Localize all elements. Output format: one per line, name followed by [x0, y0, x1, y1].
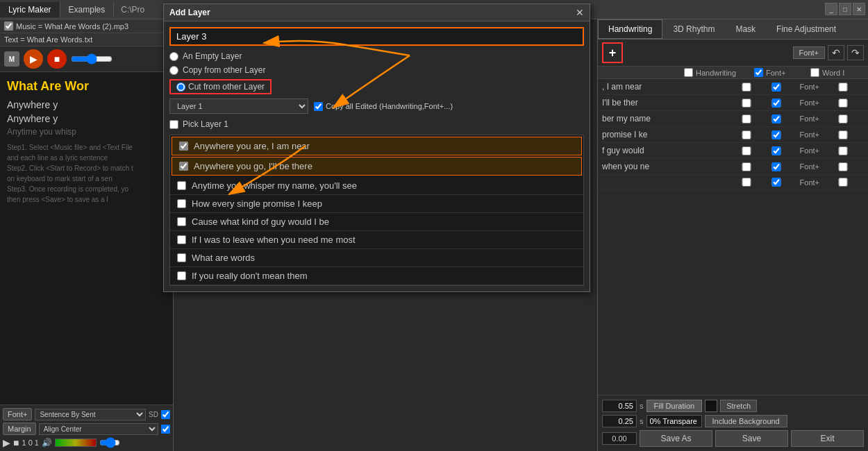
lyric-text-right: ber my name	[602, 114, 737, 124]
include-bg-button[interactable]: Include Background	[705, 415, 787, 427]
fp-checkbox-2[interactable]	[756, 114, 797, 124]
layer-source-select[interactable]: Layer 1	[169, 99, 308, 114]
lyric-text-3: How every single promise I keep	[192, 198, 322, 209]
maximize-button[interactable]: □	[839, 3, 851, 15]
lyric-checkbox-4[interactable]	[177, 217, 186, 226]
tab-mask[interactable]: Mask	[725, 19, 766, 39]
transport-play-button[interactable]: ▶	[3, 437, 10, 448]
empty-layer-label: An Empty Layer	[183, 51, 242, 61]
layer-name-input[interactable]	[169, 27, 584, 46]
level-bar	[55, 439, 97, 447]
lyric-text-2: Anytime you whisper my name, you'll see	[192, 180, 357, 191]
counter-display: 1 0 1	[22, 439, 38, 447]
wb-header-checkbox[interactable]	[810, 68, 819, 77]
dialog-close-button[interactable]: ✕	[576, 7, 584, 18]
transport-stop-button[interactable]: ■	[13, 437, 19, 448]
right-panel: Handwriting 3D Rhythm Mask Fine Adjustme…	[597, 19, 868, 451]
stop-button[interactable]: ■	[47, 49, 67, 69]
transparency-value-input[interactable]	[646, 415, 702, 427]
wb-checkbox-5[interactable]	[822, 162, 864, 171]
lyric-text-right: , I am near	[602, 82, 737, 92]
level-slider[interactable]	[99, 437, 120, 448]
hw-checkbox-4[interactable]	[740, 146, 753, 155]
lyric-item-1: Anywhere you go, I'll be there	[172, 157, 582, 176]
font-plus-right-button[interactable]: Font+	[793, 46, 825, 59]
copy-all-text: Copy all Edited (Handwriting,Font+...)	[326, 102, 453, 110]
fp-checkbox-4[interactable]	[756, 146, 797, 155]
lyric-checkbox-0[interactable]	[179, 142, 188, 151]
fp-checkbox-1[interactable]	[756, 99, 797, 108]
undo-button[interactable]: ↶	[828, 45, 844, 60]
fp-checkbox-0[interactable]	[756, 83, 797, 92]
hw-checkbox-3[interactable]	[740, 130, 753, 139]
lyric-checkbox-3[interactable]	[177, 199, 186, 208]
save-as-button[interactable]: Save As	[640, 430, 712, 447]
fp-header-checkbox[interactable]	[754, 68, 763, 77]
right-bottom: s Fill Duration Stretch s Include Backgr…	[598, 395, 868, 451]
lyric-checkbox-5[interactable]	[177, 235, 186, 244]
lyric-text-0: Anywhere you are, I am near	[194, 141, 310, 151]
preview-title: What Are Wor	[7, 79, 166, 94]
redo-button[interactable]: ↷	[847, 45, 864, 60]
m-button[interactable]: M	[4, 51, 19, 67]
sd-checkbox[interactable]	[161, 410, 170, 419]
exit-button[interactable]: Exit	[791, 430, 864, 447]
add-layer-button[interactable]: +	[602, 42, 623, 63]
fp-checkbox-6[interactable]	[756, 178, 797, 187]
lyric-item-6: What are words	[170, 249, 583, 267]
instructions: Step1. Select <Music file> and <Text Fil…	[7, 142, 166, 205]
lyric-checkbox-1[interactable]	[179, 162, 188, 171]
wb-checkbox-4[interactable]	[822, 146, 864, 155]
music-checkbox[interactable]	[4, 22, 13, 31]
lyric-text-1: Anywhere you go, I'll be there	[194, 161, 312, 171]
cut-layer-label: Cut from other Layer	[188, 82, 265, 92]
hw-checkbox-1[interactable]	[740, 99, 753, 108]
align-checkbox[interactable]	[161, 425, 170, 434]
fill-duration-input[interactable]	[602, 400, 637, 412]
tab-3d-rhythm[interactable]: 3D Rhythm	[662, 19, 725, 39]
hw-checkbox-6[interactable]	[740, 178, 753, 187]
volume-icon: 🔊	[42, 438, 52, 448]
copy-all-checkbox[interactable]	[314, 102, 323, 111]
align-select[interactable]: Align Center	[39, 423, 158, 435]
cut-layer-radio[interactable]	[176, 83, 185, 92]
fill-duration-button[interactable]: Fill Duration	[646, 400, 703, 412]
copy-layer-radio[interactable]	[169, 66, 178, 75]
color-swatch[interactable]	[705, 400, 717, 412]
wb-checkbox-2[interactable]	[822, 114, 864, 124]
stretch-button[interactable]: Stretch	[720, 400, 757, 412]
tab-handwriting[interactable]: Handwriting	[598, 19, 662, 39]
hw-checkbox-5[interactable]	[740, 162, 753, 171]
music-info-row: Music = What Are Words (2).mp3	[0, 19, 173, 33]
empty-layer-radio[interactable]	[169, 52, 178, 61]
tab-examples[interactable]: Examples	[60, 2, 115, 17]
lyric-checkbox-7[interactable]	[177, 271, 186, 280]
play-button[interactable]: ▶	[24, 49, 43, 69]
save-button[interactable]: Save	[715, 430, 788, 447]
tab-fine-adjustment[interactable]: Fine Adjustment	[766, 19, 846, 39]
sentence-select[interactable]: Sentence By Sent	[35, 409, 146, 420]
margin-button[interactable]: Margin	[3, 423, 36, 435]
wb-checkbox-3[interactable]	[822, 130, 864, 139]
col-hw-label: Handwriting	[696, 69, 751, 77]
hw-checkbox-2[interactable]	[740, 114, 753, 124]
tab-lyric-maker[interactable]: Lyric Maker	[0, 2, 60, 17]
volume-slider[interactable]	[71, 53, 112, 65]
minimize-button[interactable]: _	[825, 3, 837, 15]
wb-checkbox-6[interactable]	[822, 178, 864, 187]
window-chrome: _ □ ✕	[822, 0, 868, 18]
close-button[interactable]: ✕	[853, 3, 865, 15]
font-plus-button[interactable]: Font+	[3, 408, 32, 420]
transparency-input[interactable]	[602, 415, 637, 427]
wb-checkbox-1[interactable]	[822, 99, 864, 108]
fp-checkbox-5[interactable]	[756, 162, 797, 171]
wb-checkbox-0[interactable]	[822, 83, 864, 92]
lyric-checkbox-2[interactable]	[177, 181, 186, 190]
lyric-item-3: How every single promise I keep	[170, 195, 583, 213]
text-info-row: Text = What Are Words.txt	[0, 33, 173, 46]
hw-checkbox-0[interactable]	[740, 83, 753, 92]
fp-checkbox-3[interactable]	[756, 130, 797, 139]
lyric-checkbox-6[interactable]	[177, 253, 186, 262]
pick-checkbox[interactable]	[169, 120, 178, 129]
hw-header-checkbox[interactable]	[684, 68, 693, 77]
